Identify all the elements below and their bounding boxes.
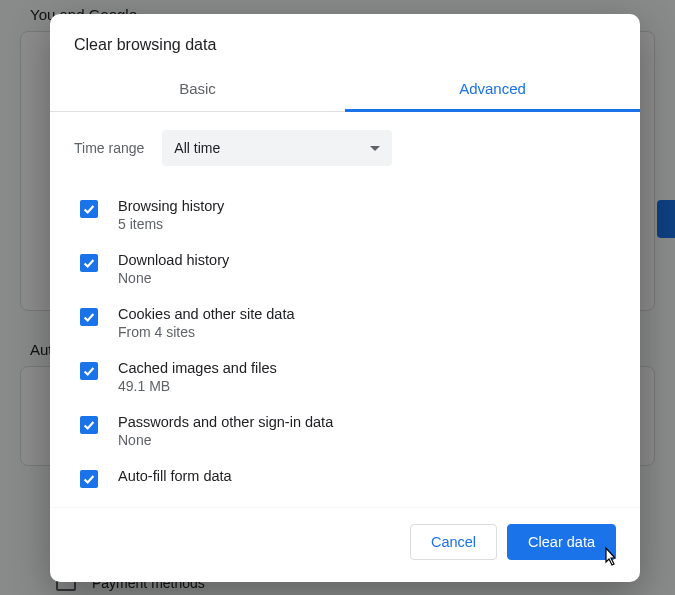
clear-data-button[interactable]: Clear data [507, 524, 616, 560]
checkbox-passwords[interactable] [80, 416, 98, 434]
dialog-title: Clear browsing data [50, 14, 640, 68]
clear-browsing-data-dialog: Clear browsing data Basic Advanced Time … [50, 14, 640, 582]
item-sub: None [118, 270, 229, 286]
item-text: Auto-fill form data [118, 468, 232, 484]
checkbox-cookies[interactable] [80, 308, 98, 326]
item-text: Passwords and other sign-in data None [118, 414, 333, 448]
time-range-row: Time range All time [74, 130, 616, 166]
time-range-value: All time [174, 140, 220, 156]
checkbox-download-history[interactable] [80, 254, 98, 272]
item-title: Passwords and other sign-in data [118, 414, 333, 430]
checkbox-cache[interactable] [80, 362, 98, 380]
check-icon [82, 472, 96, 486]
item-title: Download history [118, 252, 229, 268]
data-type-list: Browsing history 5 items Download histor… [74, 188, 616, 498]
tab-advanced[interactable]: Advanced [345, 68, 640, 111]
checkbox-autofill[interactable] [80, 470, 98, 488]
item-title: Cookies and other site data [118, 306, 295, 322]
list-item: Cached images and files 49.1 MB [74, 350, 616, 404]
time-range-select[interactable]: All time [162, 130, 392, 166]
checkbox-browsing-history[interactable] [80, 200, 98, 218]
item-title: Cached images and files [118, 360, 277, 376]
list-item: Passwords and other sign-in data None [74, 404, 616, 458]
list-item: Download history None [74, 242, 616, 296]
check-icon [82, 202, 96, 216]
list-item: Auto-fill form data [74, 458, 616, 498]
list-item: Cookies and other site data From 4 sites [74, 296, 616, 350]
item-title: Browsing history [118, 198, 224, 214]
item-text: Browsing history 5 items [118, 198, 224, 232]
item-sub: From 4 sites [118, 324, 295, 340]
item-sub: None [118, 432, 333, 448]
cancel-button[interactable]: Cancel [410, 524, 497, 560]
check-icon [82, 364, 96, 378]
check-icon [82, 256, 96, 270]
item-title: Auto-fill form data [118, 468, 232, 484]
item-sub: 49.1 MB [118, 378, 277, 394]
tab-basic[interactable]: Basic [50, 68, 345, 111]
dialog-content: Time range All time Browsing history 5 i… [50, 112, 640, 507]
list-item: Browsing history 5 items [74, 188, 616, 242]
item-text: Cached images and files 49.1 MB [118, 360, 277, 394]
check-icon [82, 310, 96, 324]
check-icon [82, 418, 96, 432]
item-sub: 5 items [118, 216, 224, 232]
dialog-footer: Cancel Clear data [50, 507, 640, 582]
tabs: Basic Advanced [50, 68, 640, 112]
item-text: Download history None [118, 252, 229, 286]
time-range-label: Time range [74, 140, 144, 156]
item-text: Cookies and other site data From 4 sites [118, 306, 295, 340]
chevron-down-icon [370, 146, 380, 151]
